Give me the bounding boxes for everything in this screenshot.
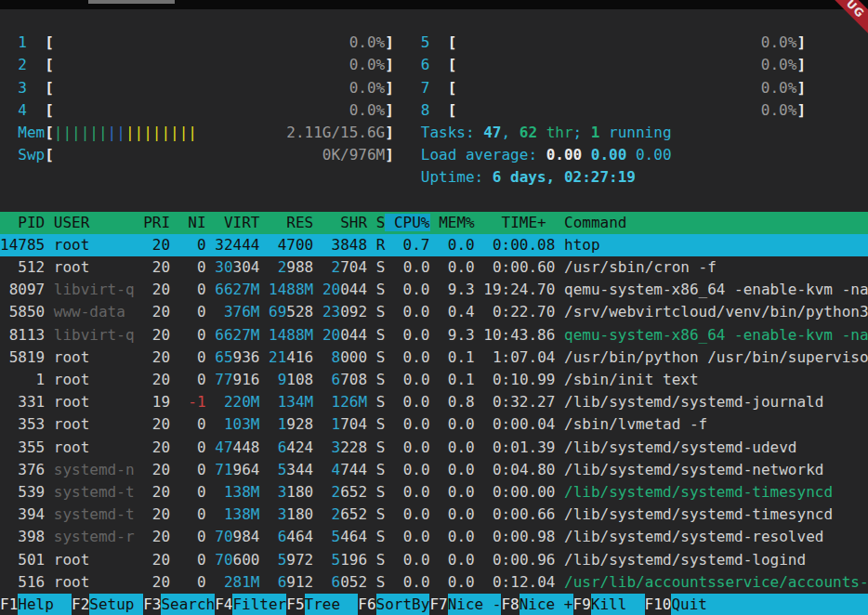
fn-label: Nice + xyxy=(519,594,573,615)
process-row[interactable]: 14785 root 20 0 32444 4700 3848 R 0.7 0.… xyxy=(0,234,868,256)
column-header-time[interactable]: TIME+ xyxy=(483,214,555,231)
fn-f10-quit[interactable]: F10Quit xyxy=(645,594,726,615)
column-header-cpu[interactable]: CPU% xyxy=(385,214,429,231)
cell-virt: 47 xyxy=(215,438,232,456)
cell-command: /lib/systemd/systemd-logind xyxy=(564,551,806,569)
process-row[interactable]: 394 systemd-t 20 0 138M 3180 2652 S 0.0 … xyxy=(0,504,868,526)
fn-f4-filter[interactable]: F4Filter xyxy=(215,594,286,615)
process-row[interactable]: 331 root 19 -1 220M 134M 126M S 0.0 0.8 … xyxy=(0,391,868,413)
cell-time: 0:00.00 xyxy=(483,483,555,501)
cell-ni: 0 xyxy=(179,551,206,569)
column-header-res[interactable]: RES xyxy=(269,214,313,231)
cell-user: root xyxy=(54,371,135,388)
cell-mem: 0.0 xyxy=(439,573,475,591)
process-row[interactable]: 512 root 20 0 30304 2988 2704 S 0.0 0.0 … xyxy=(0,256,868,279)
cell-command: qemu-system-x86_64 -enable-kvm -na xyxy=(564,281,868,298)
swap-meter-value: 0K/976M xyxy=(322,146,385,164)
load-1min: 0.00 xyxy=(546,146,591,164)
process-row[interactable]: 376 systemd-n 20 0 71964 5344 4744 S 0.0… xyxy=(0,459,868,481)
tasks-label: Tasks: xyxy=(421,124,483,141)
column-header-user[interactable]: USER xyxy=(54,214,135,231)
cell-time: 0:22.70 xyxy=(483,303,555,321)
cell-pid: 376 xyxy=(0,461,45,478)
process-row[interactable]: 398 systemd-r 20 0 70984 6464 5464 S 0.0… xyxy=(0,526,868,548)
fn-f5-tree[interactable]: F5Tree xyxy=(286,594,358,615)
column-header-command[interactable]: Command xyxy=(564,214,626,231)
cell-res: 4700 xyxy=(278,236,314,254)
fn-label: Quit xyxy=(671,594,725,615)
column-header-virt[interactable]: VIRT xyxy=(215,214,259,231)
column-header-ni[interactable]: NI xyxy=(179,214,206,231)
cell-pid: 14785 xyxy=(0,236,45,254)
cell-virt: 65 xyxy=(215,348,232,366)
cpu-meter-label: 6 xyxy=(421,56,448,73)
cell-ni: 0 xyxy=(179,236,206,254)
cell-mem: 0.0 xyxy=(439,551,475,569)
cell-pid: 8097 xyxy=(0,281,45,298)
fn-label: SortBy xyxy=(376,594,430,615)
cell-time: 0:04.80 xyxy=(483,461,555,478)
window-tab[interactable] xyxy=(88,0,175,4)
cell-pid: 331 xyxy=(0,393,45,411)
fn-f6-sortby[interactable]: F6SortBy xyxy=(358,594,429,615)
fn-f2-setup[interactable]: F2Setup xyxy=(72,594,143,615)
cell-user: root xyxy=(54,348,135,366)
cell-time: 0:00.96 xyxy=(483,551,555,569)
cpu-meter-label: 5 xyxy=(421,33,448,51)
process-row[interactable]: 516 root 20 0 281M 6912 6052 S 0.0 0.0 0… xyxy=(0,571,868,594)
cell-command: qemu-system-x86_64 -enable-kvm -na xyxy=(564,326,868,344)
cpu-meter-label: 7 xyxy=(421,79,448,97)
uptime-value: 6 days, 02:27:19 xyxy=(493,168,636,186)
process-row[interactable]: 501 root 20 0 70600 5972 5196 S 0.0 0.0 … xyxy=(0,549,868,571)
cell-res: 1488M xyxy=(269,281,313,298)
fn-key: F5 xyxy=(286,594,304,615)
cell-pid: 501 xyxy=(0,551,45,569)
fn-f9-kill[interactable]: F9Kill xyxy=(573,594,645,615)
fn-key: F2 xyxy=(72,594,89,615)
mem-meter-value: 2.11G/15.6G xyxy=(286,124,385,141)
cell-pri: 20 xyxy=(143,573,170,591)
tasks-count: 47 xyxy=(483,124,501,141)
tasks-running: 1 xyxy=(591,124,600,141)
system-meters: 1 [ 0.0%] 5 [ 0.0%] 2 [ 0.0%] 6 [ 0.0%] … xyxy=(0,9,868,212)
blank-line xyxy=(0,9,868,32)
column-header-mem[interactable]: MEM% xyxy=(439,214,475,231)
fn-label: Help xyxy=(18,594,72,615)
htop-terminal: 1 [ 0.0%] 5 [ 0.0%] 2 [ 0.0%] 6 [ 0.0%] … xyxy=(0,9,868,615)
cell-virt: 71 xyxy=(215,461,232,478)
process-row[interactable]: 5850 www-data 20 0 376M 69528 23092 S 0.… xyxy=(0,301,868,323)
cpu-meter-label: 1 xyxy=(0,33,45,51)
cpu-meter-value: 0.0% xyxy=(349,56,386,73)
fn-f1-help[interactable]: F1Help xyxy=(0,594,72,615)
cell-mem: 9.3 xyxy=(439,281,475,298)
cell-virt: 138M xyxy=(224,483,260,501)
column-header-pid[interactable]: PID xyxy=(0,214,45,231)
fn-f3-search[interactable]: F3Search xyxy=(143,594,215,615)
cell-virt: 70 xyxy=(215,551,232,569)
column-header-shr[interactable]: SHR xyxy=(322,214,367,231)
cell-state: S xyxy=(376,483,386,501)
process-row[interactable]: 8097 libvirt-q 20 0 6627M 1488M 20044 S … xyxy=(0,279,868,301)
mem-bar-yellow: |||||||| xyxy=(125,124,197,141)
fn-key: F6 xyxy=(358,594,375,615)
cell-state: S xyxy=(376,505,386,523)
mem-bar-green: |||||| xyxy=(54,124,108,141)
column-header-s[interactable]: S xyxy=(376,214,386,231)
cell-shr: 1 xyxy=(332,415,341,433)
cell-pid: 512 xyxy=(0,258,45,276)
process-row[interactable]: 353 root 20 0 103M 1928 1704 S 0.0 0.0 0… xyxy=(0,413,868,436)
process-row[interactable]: 5819 root 20 0 65936 21416 8000 S 0.0 0.… xyxy=(0,347,868,369)
process-row[interactable]: 8113 libvirt-q 20 0 6627M 1488M 20044 S … xyxy=(0,324,868,347)
cell-virt: 32444 xyxy=(215,236,259,254)
fn-f7-nice[interactable]: F7Nice - xyxy=(429,594,501,615)
fn-f8-nice[interactable]: F8Nice + xyxy=(501,594,572,615)
process-row[interactable]: 355 root 20 0 47448 6424 3228 S 0.0 0.0 … xyxy=(0,437,868,459)
process-row[interactable]: 539 systemd-t 20 0 138M 3180 2652 S 0.0 … xyxy=(0,481,868,504)
column-header-pri[interactable]: PRI xyxy=(143,214,170,231)
cell-res: 3 xyxy=(278,505,287,523)
fn-key: F8 xyxy=(501,594,519,615)
fn-key: F9 xyxy=(573,594,591,615)
cell-ni: 0 xyxy=(179,303,206,321)
cell-virt: 70 xyxy=(215,528,232,545)
process-row[interactable]: 1 root 20 0 77916 9108 6708 S 0.0 0.1 0:… xyxy=(0,369,868,391)
